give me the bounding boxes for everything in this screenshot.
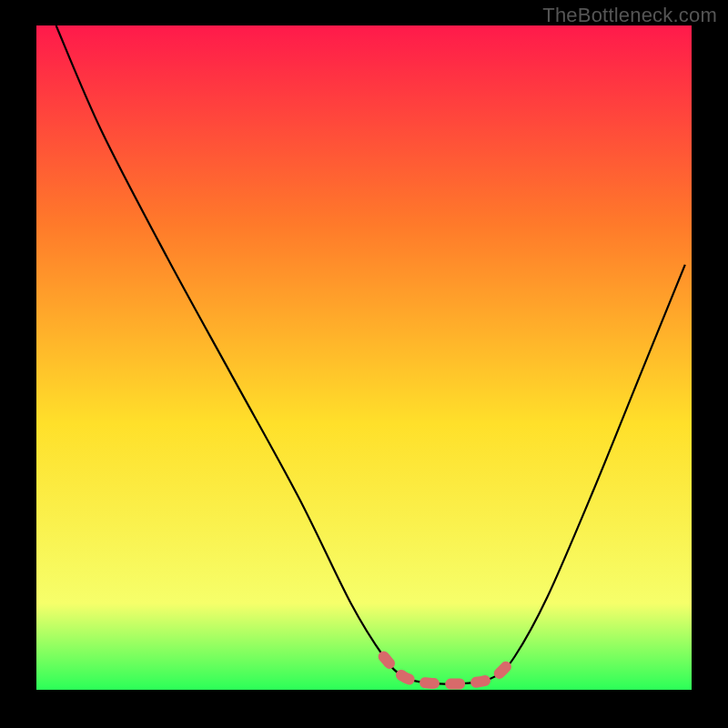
watermark-text: TheBottleneck.com xyxy=(542,4,717,27)
chart-frame: TheBottleneck.com xyxy=(0,0,728,728)
chart-svg xyxy=(36,25,692,690)
gradient-background xyxy=(36,25,692,690)
plot-area xyxy=(36,25,692,690)
